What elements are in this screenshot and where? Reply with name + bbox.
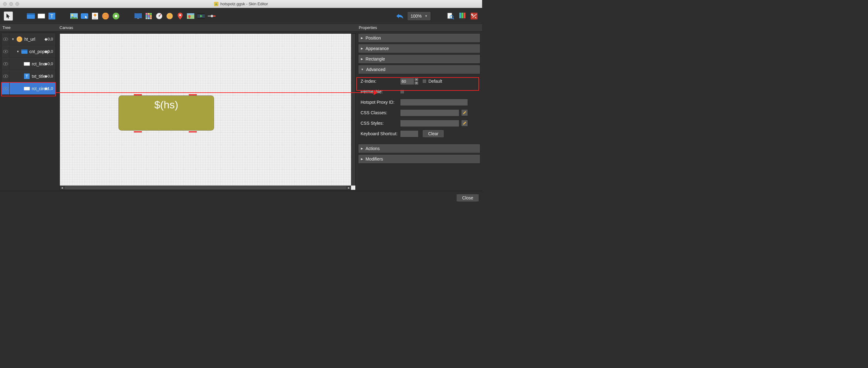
- css-styles-input[interactable]: [400, 120, 459, 127]
- pointer-tool[interactable]: [4, 11, 13, 21]
- chevron-right-icon: ▶: [361, 57, 363, 60]
- keyboard-shortcut-label: Keyboard Shortcut:: [361, 131, 400, 136]
- hotspot-proxy-input[interactable]: [400, 99, 468, 106]
- svg-text:SVG: SVG: [93, 17, 97, 19]
- rectangle-tool-icon[interactable]: [37, 12, 45, 20]
- row-permeable: Permeable:: [361, 87, 479, 96]
- zoom-value: 100%: [410, 13, 422, 19]
- css-classes-input[interactable]: [400, 109, 459, 116]
- section-label: Advanced: [366, 67, 385, 72]
- undo-icon[interactable]: [396, 12, 404, 20]
- zoom-dropdown[interactable]: 100% ▼: [407, 11, 431, 21]
- selection-handle[interactable]: [189, 94, 197, 95]
- default-checkbox[interactable]: [422, 79, 427, 83]
- tree-anchor: ◆0,0: [44, 37, 53, 41]
- map-tool-icon[interactable]: [186, 12, 195, 20]
- eye-icon: [3, 87, 8, 90]
- color-tool-icon[interactable]: [458, 12, 467, 20]
- hotspot-icon: [17, 37, 23, 41]
- scroll-left-icon[interactable]: ◀: [60, 186, 64, 190]
- selection-handle[interactable]: [189, 131, 197, 133]
- spin-up-icon[interactable]: ▲: [414, 78, 418, 82]
- advanced-body: Z-Index: ▲▼ Default Permeable: Hotspot P…: [358, 75, 480, 144]
- svg-point-7: [71, 14, 73, 16]
- scroll-track[interactable]: [65, 186, 346, 189]
- globe-tool-icon[interactable]: [101, 12, 110, 20]
- tree-row-txt-title[interactable]: T txt_title ◆0,0: [2, 70, 56, 82]
- marker-tool-icon[interactable]: [176, 12, 184, 20]
- canvas-header: Canvas: [57, 24, 356, 31]
- visibility-toggle[interactable]: [2, 70, 9, 82]
- footer: Close: [0, 191, 482, 204]
- eye-icon: [3, 50, 8, 53]
- video-tool-icon[interactable]: [197, 12, 206, 20]
- section-position[interactable]: ▶Position: [358, 33, 480, 43]
- clear-shortcut-button[interactable]: Clear: [422, 130, 444, 138]
- nodemap-tool-icon[interactable]: [112, 12, 120, 20]
- svg-rect-25: [146, 17, 148, 19]
- selection-handle[interactable]: [134, 94, 142, 95]
- svg-rect-17: [137, 18, 139, 19]
- spin-down-icon[interactable]: ▼: [414, 81, 418, 85]
- zindex-input[interactable]: [400, 78, 414, 85]
- svg-rect-3: [38, 13, 45, 19]
- tree-row-ht-url[interactable]: ▼ ht_url ◆0,0: [2, 33, 56, 46]
- edit-css-styles-button[interactable]: [461, 120, 468, 126]
- tree-label: txt_title: [32, 74, 45, 79]
- tree-row-cnt-popup[interactable]: ▼ cnt_popup ◆0,0: [2, 46, 56, 58]
- horizontal-scrollbar[interactable]: ◀ ▶: [60, 186, 351, 190]
- svg-text:T: T: [26, 74, 28, 79]
- image-tool-icon[interactable]: [70, 12, 79, 20]
- disclosure-triangle-icon[interactable]: ▼: [11, 38, 14, 41]
- tree-header: Tree: [0, 24, 57, 31]
- section-rectangle[interactable]: ▶Rectangle: [358, 54, 480, 64]
- hotspot-proxy-label: Hotspot Proxy ID:: [361, 100, 400, 105]
- tree-row-rct-line[interactable]: rct_line ◆0,0: [2, 58, 56, 70]
- scroll-right-icon[interactable]: ▶: [347, 186, 351, 190]
- section-label: Rectangle: [366, 56, 385, 61]
- eye-icon: [3, 75, 8, 78]
- tree: ▼ ht_url ◆0,0 ▼ cnt_popup ◆0,0: [1, 33, 56, 95]
- section-actions[interactable]: ▶Actions: [358, 144, 480, 153]
- section-label: Position: [366, 35, 381, 40]
- container-icon: [21, 49, 27, 54]
- svg-rect-24: [150, 15, 152, 17]
- svg-point-40: [211, 15, 213, 17]
- section-advanced[interactable]: ▼Advanced: [358, 65, 480, 74]
- button-tool-icon[interactable]: [80, 12, 89, 20]
- svg-point-48: [17, 36, 22, 42]
- zindex-spinner[interactable]: ▲▼: [400, 78, 419, 85]
- svg-tool-icon[interactable]: SVG: [91, 12, 99, 20]
- close-button[interactable]: Close: [456, 194, 479, 202]
- slider-tool-icon[interactable]: [207, 12, 216, 20]
- tree-label: ht_url: [24, 37, 35, 42]
- canvas-element-popup[interactable]: $(hs): [119, 95, 214, 131]
- disclosure-triangle-icon[interactable]: ▼: [17, 50, 20, 53]
- find-tool-icon[interactable]: [446, 12, 455, 20]
- tools-icon[interactable]: [470, 12, 478, 20]
- visibility-toggle[interactable]: [2, 46, 9, 57]
- chevron-down-icon: ▼: [425, 15, 428, 18]
- grid-tool-icon[interactable]: [144, 12, 153, 20]
- window-title: hotspotz.ggsk - Skin Editor: [0, 2, 482, 6]
- selection-handle[interactable]: [134, 131, 142, 133]
- compass-tool-icon[interactable]: [165, 12, 174, 20]
- text-tool-icon[interactable]: T: [48, 12, 56, 20]
- container-tool-icon[interactable]: [27, 12, 35, 20]
- screen-tool-icon[interactable]: [134, 12, 143, 20]
- visibility-toggle[interactable]: [2, 82, 9, 94]
- edit-css-classes-button[interactable]: [461, 109, 468, 116]
- eye-icon: [3, 62, 8, 65]
- section-modifiers[interactable]: ▶Modifiers: [358, 154, 480, 164]
- canvas-viewport[interactable]: $(hs) ◀ ▶: [60, 33, 355, 190]
- gauge-tool-icon[interactable]: [155, 12, 163, 20]
- vertical-scrollbar[interactable]: [351, 34, 355, 186]
- keyboard-shortcut-input[interactable]: [400, 130, 418, 137]
- svg-rect-23: [148, 15, 150, 17]
- tree-row-rct-circle[interactable]: rct_circle ◆1,0: [2, 82, 56, 95]
- visibility-toggle[interactable]: [2, 33, 9, 45]
- section-label: Actions: [366, 146, 380, 151]
- visibility-toggle[interactable]: [2, 58, 9, 70]
- section-appearance[interactable]: ▶Appearance: [358, 44, 480, 53]
- permeable-checkbox[interactable]: [400, 89, 404, 94]
